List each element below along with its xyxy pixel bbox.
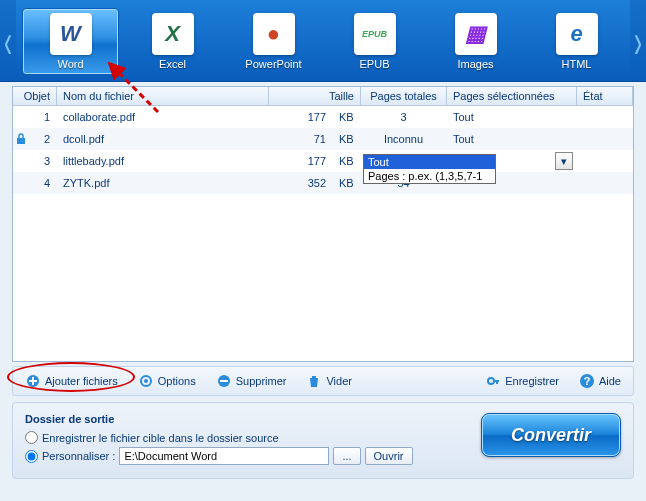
add-files-label: Ajouter fichiers (45, 375, 118, 387)
format-tab-label: Excel (159, 58, 186, 70)
cell-filename: dcoll.pdf (57, 130, 269, 148)
format-tab-label: HTML (562, 58, 592, 70)
format-tab-label: PowerPoint (245, 58, 301, 70)
cell-size: 177 (269, 108, 333, 126)
dropdown-option-all[interactable]: Tout (364, 155, 495, 169)
cell-filename: collaborate.pdf (57, 108, 269, 126)
format-tab-epub[interactable]: EPUBEPUB (327, 9, 422, 74)
svg-point-7 (488, 378, 494, 384)
table-row[interactable]: 3littlebady.pdf177KB3Tout▾ (13, 150, 633, 172)
format-tab-label: Word (57, 58, 83, 70)
col-header-pagestot[interactable]: Pages totales (361, 87, 447, 105)
svg-text:?: ? (584, 375, 591, 387)
svg-rect-1 (17, 138, 25, 144)
powerpoint-icon: ● (253, 13, 295, 55)
cell-etat (577, 180, 633, 186)
help-label: Aide (599, 375, 621, 387)
table-row[interactable]: 1collaborate.pdf177KB3Tout (13, 106, 633, 128)
col-header-etat[interactable]: État (577, 87, 633, 105)
cell-etat (577, 136, 633, 142)
minus-icon (216, 373, 232, 389)
help-button[interactable]: ? Aide (569, 370, 631, 392)
cell-pageselect: Tout (447, 130, 577, 148)
cell-objet: 4 (13, 174, 57, 192)
add-files-button[interactable]: Ajouter fichiers (15, 370, 128, 392)
delete-button[interactable]: Supprimer (206, 370, 297, 392)
cell-size-unit: KB (333, 152, 361, 170)
browse-button[interactable]: ... (333, 447, 360, 465)
col-header-pagesel[interactable]: Pages sélectionnées (447, 87, 577, 105)
word-icon: W (50, 13, 92, 55)
output-radio-source[interactable]: Enregistrer le fichier cible dans le dos… (25, 431, 469, 444)
output-radio-custom-label: Personnaliser : (42, 450, 115, 462)
action-toolbar: Ajouter fichiers Options Supprimer Vider (12, 366, 634, 396)
grid-header: Objet Nom du fichier Taille Pages totale… (13, 87, 633, 106)
tabs-prev-arrow[interactable]: ‹ (0, 0, 16, 81)
format-tab-excel[interactable]: XExcel (125, 9, 220, 74)
table-row[interactable]: 4ZYTK.pdf352KB54 (13, 172, 633, 194)
page-range-dropdown-button[interactable]: ▾ (555, 152, 573, 170)
trash-icon (306, 373, 322, 389)
cell-size-unit: KB (333, 174, 361, 192)
format-tab-powerpoint[interactable]: ●PowerPoint (226, 9, 321, 74)
open-folder-button[interactable]: Ouvrir (365, 447, 413, 465)
output-radio-custom[interactable]: Personnaliser : ... Ouvrir (25, 447, 469, 465)
add-files-icon (25, 373, 41, 389)
cell-size: 352 (269, 174, 333, 192)
output-title: Dossier de sortie (25, 413, 469, 425)
cell-size: 177 (269, 152, 333, 170)
delete-label: Supprimer (236, 375, 287, 387)
cell-etat (577, 114, 633, 120)
output-radio-custom-input[interactable] (25, 450, 38, 463)
output-radio-source-label: Enregistrer le fichier cible dans le dos… (42, 432, 279, 444)
format-tab-images[interactable]: ▦Images (428, 9, 523, 74)
table-row[interactable]: 2dcoll.pdf71KBInconnuTout (13, 128, 633, 150)
options-button[interactable]: Options (128, 370, 206, 392)
register-label: Enregistrer (505, 375, 559, 387)
excel-icon: X (152, 13, 194, 55)
html-icon: e (556, 13, 598, 55)
svg-point-4 (144, 379, 148, 383)
col-header-objet[interactable]: Objet (13, 87, 57, 105)
output-panel: Dossier de sortie Enregistrer le fichier… (12, 402, 634, 479)
cell-pageselect: Tout (447, 108, 577, 126)
file-grid: Objet Nom du fichier Taille Pages totale… (12, 86, 634, 362)
cell-size-unit: KB (333, 130, 361, 148)
cell-etat (577, 158, 633, 164)
epub-icon: EPUB (354, 13, 396, 55)
help-icon: ? (579, 373, 595, 389)
cell-pagestotal: Inconnu (361, 130, 447, 148)
format-tab-word[interactable]: WWord (22, 8, 119, 75)
page-range-dropdown[interactable]: Tout Pages : p.ex. (1,3,5,7-1 (363, 154, 496, 184)
cell-filename: ZYTK.pdf (57, 174, 269, 192)
format-tab-label: EPUB (360, 58, 390, 70)
cell-size: 71 (269, 130, 333, 148)
options-label: Options (158, 375, 196, 387)
tabs-next-arrow[interactable]: › (630, 0, 646, 81)
key-icon (485, 373, 501, 389)
col-header-nom[interactable]: Nom du fichier (57, 87, 269, 105)
empty-label: Vider (326, 375, 351, 387)
dropdown-option-pages[interactable]: Pages : p.ex. (1,3,5,7-1 (364, 169, 495, 183)
cell-objet: 1 (13, 108, 57, 126)
cell-size-unit: KB (333, 108, 361, 126)
gear-icon (138, 373, 154, 389)
format-tab-html[interactable]: eHTML (529, 9, 624, 74)
svg-rect-6 (220, 380, 228, 382)
cell-pagestotal: 3 (361, 108, 447, 126)
format-tabs-bar: ‹ WWordXExcel●PowerPointEPUBEPUB▦Imagese… (0, 0, 646, 82)
format-tab-label: Images (457, 58, 493, 70)
empty-button[interactable]: Vider (296, 370, 361, 392)
output-radio-source-input[interactable] (25, 431, 38, 444)
convert-button[interactable]: Convertir (481, 413, 621, 457)
output-path-input[interactable] (119, 447, 329, 465)
register-button[interactable]: Enregistrer (475, 370, 569, 392)
lock-icon (15, 133, 27, 145)
cell-objet: 3 (13, 152, 57, 170)
images-icon: ▦ (455, 13, 497, 55)
cell-filename: littlebady.pdf (57, 152, 269, 170)
col-header-taille[interactable]: Taille (269, 87, 361, 105)
